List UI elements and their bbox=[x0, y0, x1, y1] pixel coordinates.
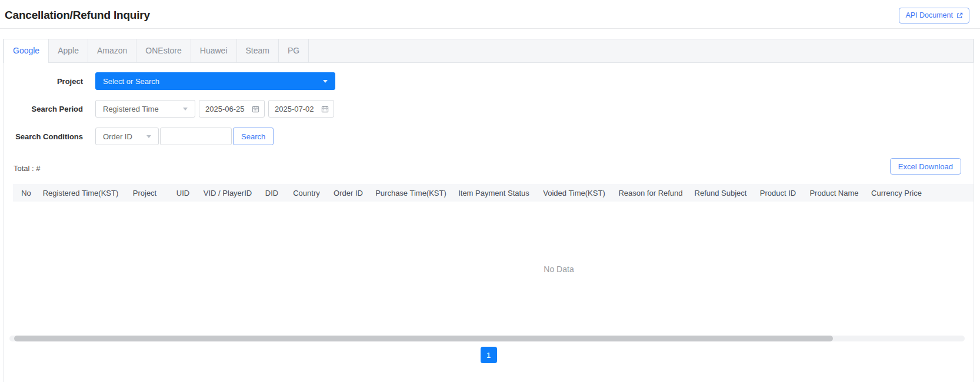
column-header: Voided Time(KST) bbox=[536, 184, 612, 202]
page-button-1[interactable]: 1 bbox=[481, 347, 497, 363]
no-data-message: No Data bbox=[13, 264, 974, 274]
total-count: Total : # bbox=[14, 164, 41, 175]
tab-pg[interactable]: PG bbox=[279, 39, 309, 62]
platform-tabs: GoogleAppleAmazonONEstoreHuaweiSteamPG bbox=[4, 39, 974, 63]
tab-amazon[interactable]: Amazon bbox=[88, 39, 136, 62]
column-header: Country bbox=[286, 184, 326, 202]
api-document-button[interactable]: API Document bbox=[899, 8, 969, 24]
start-date-input[interactable]: 2025-06-25 bbox=[199, 100, 265, 118]
tab-onestore[interactable]: ONEstore bbox=[136, 39, 191, 62]
tab-steam[interactable]: Steam bbox=[237, 39, 279, 62]
tab-apple[interactable]: Apple bbox=[49, 39, 88, 62]
tab-huawei[interactable]: Huawei bbox=[191, 39, 237, 62]
column-header: Refund Subject bbox=[689, 184, 752, 202]
project-row: Project Select or Search bbox=[4, 72, 974, 90]
column-header: DID bbox=[257, 184, 286, 202]
project-select[interactable]: Select or Search bbox=[95, 72, 335, 90]
search-conditions-label: Search Conditions bbox=[4, 132, 83, 141]
column-header: Reason for Refund bbox=[612, 184, 689, 202]
column-header: Product ID bbox=[752, 184, 804, 202]
calendar-icon bbox=[252, 105, 259, 113]
column-header: No bbox=[13, 184, 39, 202]
external-link-icon bbox=[956, 12, 963, 19]
search-conditions-row: Search Conditions Order ID Search bbox=[4, 128, 974, 145]
project-select-value: Select or Search bbox=[103, 77, 159, 86]
column-header: Order ID bbox=[326, 184, 370, 202]
pagination: 1 bbox=[4, 347, 974, 363]
column-header: Product Name bbox=[804, 184, 865, 202]
page-title: Cancellation/Refund Inquiry bbox=[5, 9, 150, 22]
project-label: Project bbox=[4, 77, 83, 86]
title-divider bbox=[0, 28, 980, 29]
table-viewport: NoRegistered Time(KST)ProjectUIDVID / Pl… bbox=[13, 184, 974, 334]
period-type-value: Registered Time bbox=[103, 105, 159, 113]
results-header: Total : # Excel Download bbox=[14, 158, 961, 175]
condition-field-value: Order ID bbox=[103, 132, 132, 141]
table-header-row: NoRegistered Time(KST)ProjectUIDVID / Pl… bbox=[13, 184, 974, 202]
content-panel: GoogleAppleAmazonONEstoreHuaweiSteamPG P… bbox=[3, 39, 974, 382]
column-header: Item Payment Status bbox=[452, 184, 536, 202]
search-keyword-input[interactable] bbox=[160, 128, 232, 145]
results-table: NoRegistered Time(KST)ProjectUIDVID / Pl… bbox=[13, 184, 974, 202]
calendar-icon bbox=[321, 105, 329, 113]
chevron-down-icon bbox=[323, 80, 328, 83]
column-header: Purchase Time(KST) bbox=[370, 184, 452, 202]
horizontal-scrollbar-track[interactable] bbox=[9, 336, 965, 341]
column-header: Project bbox=[122, 184, 168, 202]
column-header: VID / PlayerID bbox=[198, 184, 257, 202]
excel-download-button[interactable]: Excel Download bbox=[890, 158, 961, 175]
column-header: UID bbox=[168, 184, 198, 202]
start-date-value: 2025-06-25 bbox=[205, 105, 245, 113]
tab-google[interactable]: Google bbox=[4, 39, 49, 62]
condition-field-select[interactable]: Order ID bbox=[95, 128, 159, 145]
column-header: Server bbox=[928, 184, 974, 202]
search-period-label: Search Period bbox=[4, 105, 83, 113]
chevron-down-icon bbox=[183, 108, 188, 110]
column-header: Currency Price bbox=[865, 184, 928, 202]
search-period-row: Search Period Registered Time 2025-06-25… bbox=[4, 100, 974, 118]
period-type-select[interactable]: Registered Time bbox=[95, 100, 195, 118]
column-header: Registered Time(KST) bbox=[39, 184, 122, 202]
search-button[interactable]: Search bbox=[233, 128, 274, 145]
chevron-down-icon bbox=[146, 135, 151, 138]
end-date-value: 2025-07-02 bbox=[275, 105, 314, 113]
end-date-input[interactable]: 2025-07-02 bbox=[268, 100, 334, 118]
api-document-label: API Document bbox=[905, 11, 953, 19]
page-header: Cancellation/Refund Inquiry API Document bbox=[0, 0, 980, 28]
horizontal-scrollbar-thumb[interactable] bbox=[14, 336, 833, 341]
filter-form: Project Select or Search Search Period R… bbox=[4, 72, 974, 145]
